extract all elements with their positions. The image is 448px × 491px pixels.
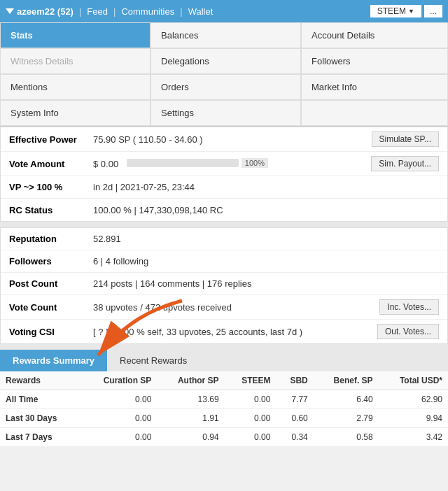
rewards-table-header: Rewards Curation SP Author SP STEEM SBD … xyxy=(0,371,448,390)
top-nav: azeem22 (52) | Feed | Communities | Wall… xyxy=(0,0,448,22)
label-post-count: Post Count xyxy=(9,278,93,289)
rewards-table: Rewards Curation SP Author SP STEEM SBD … xyxy=(0,371,448,446)
rewards-area: Rewards Summary Recent Rewards xyxy=(0,350,448,371)
value-post-count: 214 posts | 164 comments | 176 replies xyxy=(93,278,439,289)
label-voting-csi: Voting CSI xyxy=(9,327,93,337)
rewards-tabs: Rewards Summary Recent Rewards xyxy=(0,350,448,371)
value-rc-status: 100.00 % | 147,330,098,140 RC xyxy=(93,205,439,215)
sbd-7days: 0.34 xyxy=(276,428,313,447)
author-alltime: 13.69 xyxy=(157,390,224,409)
action-vote-count: Inc. Votes... xyxy=(379,299,439,315)
steem-alltime: 0.00 xyxy=(225,390,276,409)
stats-section-1: Effective Power 75.90 SP ( 110.50 - 34.6… xyxy=(0,127,448,222)
inc-votes-button[interactable]: Inc. Votes... xyxy=(379,299,439,315)
col-header-curation: Curation SP xyxy=(80,371,157,390)
steem-label: STEEM xyxy=(377,6,406,16)
row-vote-count: Vote Count 38 upvotes / 472 upvotes rece… xyxy=(1,295,447,320)
menu-balances[interactable]: Balances xyxy=(150,22,301,48)
menu-orders[interactable]: Orders xyxy=(150,74,301,100)
sep-2 xyxy=(0,344,448,350)
rewards-row-7days: Last 7 Days 0.00 0.94 0.00 0.34 0.58 3.4… xyxy=(0,428,448,447)
nav-wallet[interactable]: Wallet xyxy=(188,6,214,17)
steem-dropdown-icon: ▼ xyxy=(408,8,414,15)
value-effective-power: 75.90 SP ( 110.50 - 34.60 ) xyxy=(93,134,372,145)
menu-settings[interactable]: Settings xyxy=(150,100,301,126)
benef-7days: 0.58 xyxy=(314,428,379,447)
vote-bar-wrapper: 100% xyxy=(127,158,268,168)
menu-witness-details[interactable]: Witness Details xyxy=(0,48,150,74)
author-30days: 1.91 xyxy=(157,409,224,428)
steem-button[interactable]: STEEM ▼ xyxy=(370,5,421,17)
sbd-30days: 0.60 xyxy=(276,409,313,428)
action-vote-amount: Sim. Payout... xyxy=(371,156,439,171)
col-header-total: Total USD* xyxy=(379,371,448,390)
menu-delegations[interactable]: Delegations xyxy=(150,48,301,74)
total-alltime: 62.90 xyxy=(379,390,448,409)
sep3: | xyxy=(180,6,182,17)
curation-7days: 0.00 xyxy=(80,428,157,447)
label-vote-amount: Vote Amount xyxy=(9,159,93,169)
simulate-sp-button[interactable]: Simulate SP... xyxy=(372,131,439,147)
col-header-steem: STEEM xyxy=(225,371,276,390)
annotation-arrow xyxy=(84,294,196,364)
stats-section-2: Reputation 52.891 Followers 6 | 4 follow… xyxy=(0,227,448,344)
row-effective-power: Effective Power 75.90 SP ( 110.50 - 34.6… xyxy=(1,127,447,152)
sbd-alltime: 7.77 xyxy=(276,390,313,409)
col-header-author: Author SP xyxy=(157,371,224,390)
rewards-row-30days: Last 30 Days 0.00 1.91 0.00 0.60 2.79 9.… xyxy=(0,409,448,428)
value-vp: in 2d | 2021-07-25, 23:44 xyxy=(93,182,439,192)
rewards-row-alltime: All Time 0.00 13.69 0.00 7.77 6.40 62.90 xyxy=(0,390,448,409)
action-effective-power: Simulate SP... xyxy=(372,131,439,147)
label-vote-count: Vote Count xyxy=(9,302,93,313)
nav-communities[interactable]: Communities xyxy=(121,6,174,17)
vote-progress-bar xyxy=(127,159,239,167)
sep-1 xyxy=(0,222,448,227)
col-header-sbd: SBD xyxy=(276,371,313,390)
more-button[interactable]: ... xyxy=(424,5,442,17)
steem-30days: 0.00 xyxy=(225,409,276,428)
row-vp: VP ~> 100 % in 2d | 2021-07-25, 23:44 xyxy=(1,176,447,199)
row-voting-csi: Voting CSI [ ? ] ( 6.00 % self, 33 upvot… xyxy=(1,320,447,343)
label-rc-status: RC Status xyxy=(9,205,93,215)
total-7days: 3.42 xyxy=(379,428,448,447)
benef-30days: 2.79 xyxy=(314,409,379,428)
menu-grid: Stats Balances Account Details Witness D… xyxy=(0,22,448,127)
label-vp: VP ~> 100 % xyxy=(9,182,93,192)
menu-stats[interactable]: Stats xyxy=(0,22,150,48)
username: azeem22 (52) xyxy=(17,6,74,17)
out-votes-button[interactable]: Out. Votes... xyxy=(377,324,439,339)
value-followers: 6 | 4 following xyxy=(93,256,439,266)
row-followers: Followers 6 | 4 following xyxy=(1,250,447,273)
action-voting-csi: Out. Votes... xyxy=(377,324,439,339)
label-effective-power: Effective Power xyxy=(9,134,93,145)
row-post-count: Post Count 214 posts | 164 comments | 17… xyxy=(1,273,447,295)
curation-30days: 0.00 xyxy=(80,409,157,428)
value-vote-amount: $ 0.00 100% xyxy=(93,158,371,169)
sim-payout-button[interactable]: Sim. Payout... xyxy=(371,156,439,171)
sep2: | xyxy=(113,6,115,17)
menu-empty xyxy=(301,100,448,126)
menu-account-details[interactable]: Account Details xyxy=(301,22,448,48)
period-alltime: All Time xyxy=(0,390,80,409)
row-vote-amount: Vote Amount $ 0.00 100% Sim. Payout... xyxy=(1,152,447,176)
dropdown-icon[interactable] xyxy=(6,8,14,14)
menu-followers[interactable]: Followers xyxy=(301,48,448,74)
vote-pct: 100% xyxy=(241,158,268,168)
nav-right: STEEM ▼ ... xyxy=(370,5,442,17)
menu-mentions[interactable]: Mentions xyxy=(0,74,150,100)
menu-market-info[interactable]: Market Info xyxy=(301,74,448,100)
curation-alltime: 0.00 xyxy=(80,390,157,409)
total-30days: 9.94 xyxy=(379,409,448,428)
menu-system-info[interactable]: System Info xyxy=(0,100,150,126)
row-rc-status: RC Status 100.00 % | 147,330,098,140 RC xyxy=(1,199,447,221)
author-7days: 0.94 xyxy=(157,428,224,447)
col-header-rewards: Rewards xyxy=(0,371,80,390)
col-header-benef: Benef. SP xyxy=(314,371,379,390)
benef-alltime: 6.40 xyxy=(314,390,379,409)
label-reputation: Reputation xyxy=(9,234,93,244)
label-followers: Followers xyxy=(9,256,93,266)
period-7days: Last 7 Days xyxy=(0,428,80,447)
nav-feed[interactable]: Feed xyxy=(87,6,108,17)
sep1: | xyxy=(79,6,81,17)
steem-7days: 0.00 xyxy=(225,428,276,447)
